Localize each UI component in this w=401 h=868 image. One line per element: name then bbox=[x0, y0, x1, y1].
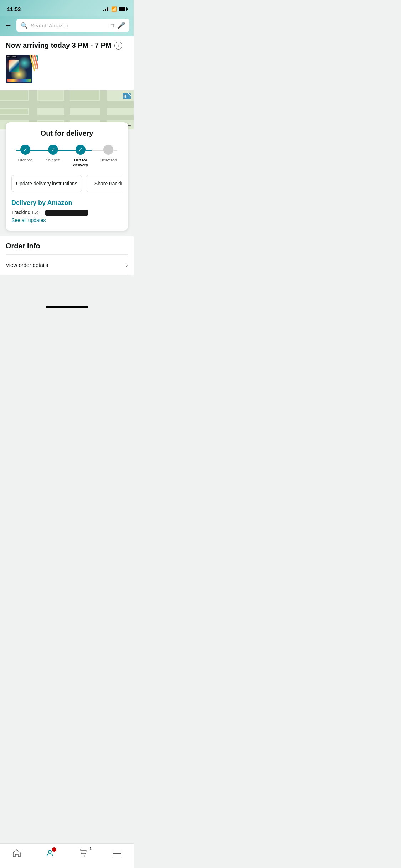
step-out-for-delivery: ✓ Out fordelivery bbox=[67, 145, 95, 168]
view-order-details-row[interactable]: View order details › bbox=[6, 255, 128, 275]
step-delivered: Delivered bbox=[94, 145, 122, 162]
microphone-icon[interactable]: 🎤 bbox=[117, 21, 125, 29]
back-button[interactable]: ← bbox=[4, 21, 13, 30]
step-ordered-circle: ✓ bbox=[20, 145, 30, 155]
order-info-section: Order Info View order details › bbox=[0, 236, 134, 275]
delivery-by-section: Delivery by Amazon Tracking ID: T See al… bbox=[11, 199, 122, 223]
order-info-title: Order Info bbox=[6, 242, 128, 250]
search-area: ← 🔍 Search Amazon ⌗ 🎤 bbox=[0, 16, 134, 36]
search-input[interactable]: Search Amazon bbox=[31, 22, 108, 29]
wifi-icon: 📶 bbox=[111, 6, 117, 12]
share-tracking-button[interactable]: Share tracking bbox=[86, 175, 122, 192]
camera-icon[interactable]: ⌗ bbox=[111, 22, 114, 29]
step-shipped: ✓ Shipped bbox=[39, 145, 67, 162]
arrival-banner: Now arriving today 3 PM - 7 PM i bbox=[0, 36, 134, 53]
signal-icon bbox=[103, 7, 109, 11]
step-out-label: Out fordelivery bbox=[73, 157, 88, 168]
status-time: 11:53 bbox=[7, 6, 21, 12]
product-area: 100 Sheets bbox=[0, 53, 134, 90]
status-bar: 11:53 📶 bbox=[0, 0, 134, 16]
chevron-right-icon: › bbox=[126, 261, 128, 269]
step-shipped-label: Shipped bbox=[46, 157, 60, 162]
see-all-updates-link[interactable]: See all updates bbox=[11, 217, 46, 223]
tracking-prefix: Tracking ID: T bbox=[11, 210, 42, 215]
step-out-circle: ✓ bbox=[76, 145, 86, 155]
step-delivered-circle bbox=[103, 145, 113, 155]
update-delivery-button[interactable]: Update delivery instructions bbox=[11, 175, 82, 192]
progress-tracker: ✓ Ordered ✓ Shipped ✓ Out fordelivery De… bbox=[11, 145, 122, 168]
tracking-blurred-value bbox=[45, 210, 88, 216]
product-image[interactable]: 100 Sheets bbox=[6, 55, 38, 87]
info-icon[interactable]: i bbox=[114, 42, 122, 50]
step-shipped-circle: ✓ bbox=[48, 145, 58, 155]
svg-text:H: H bbox=[124, 94, 126, 98]
delivery-status-title: Out for delivery bbox=[11, 129, 122, 138]
arrival-text: Now arriving today 3 PM - 7 PM bbox=[6, 41, 112, 50]
divider-bottom bbox=[6, 275, 128, 275]
view-order-details-label: View order details bbox=[6, 262, 48, 268]
step-delivered-label: Delivered bbox=[100, 157, 117, 162]
home-indicator bbox=[46, 306, 88, 308]
action-buttons: Update delivery instructions Share track… bbox=[11, 175, 122, 192]
here-logo-mark: H bbox=[123, 93, 131, 99]
search-box[interactable]: 🔍 Search Amazon ⌗ 🎤 bbox=[16, 19, 129, 32]
delivery-by-title: Delivery by Amazon bbox=[11, 199, 122, 207]
step-ordered-label: Ordered bbox=[18, 157, 32, 162]
status-icons: 📶 bbox=[103, 6, 127, 12]
tracking-id: Tracking ID: T bbox=[11, 210, 122, 216]
battery-icon bbox=[119, 7, 127, 11]
delivery-card: Out for delivery ✓ Ordered ✓ Shipped ✓ O… bbox=[6, 122, 128, 231]
step-ordered: ✓ Ordered bbox=[11, 145, 39, 162]
search-icon: 🔍 bbox=[21, 22, 28, 29]
